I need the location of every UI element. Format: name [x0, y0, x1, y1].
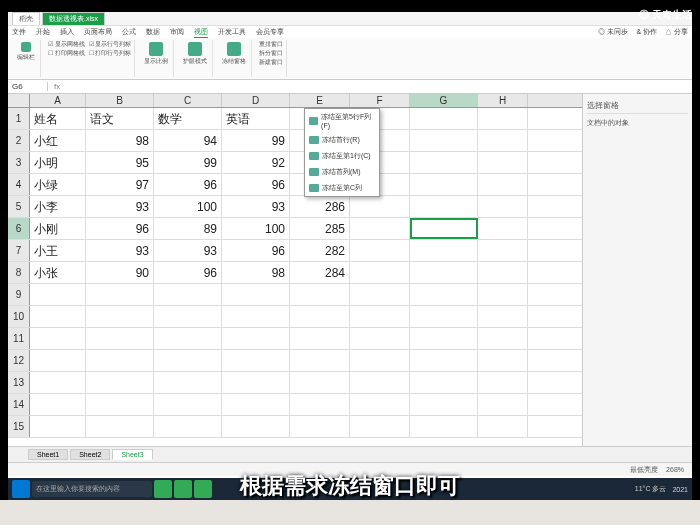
- cell[interactable]: [410, 328, 478, 349]
- cell[interactable]: 小张: [30, 262, 86, 283]
- cell[interactable]: [350, 350, 410, 371]
- row-header[interactable]: 11: [8, 328, 30, 349]
- cell[interactable]: [478, 372, 528, 393]
- cell[interactable]: [410, 262, 478, 283]
- cell[interactable]: [478, 240, 528, 261]
- cell[interactable]: 93: [154, 240, 222, 261]
- cell[interactable]: 小红: [30, 130, 86, 151]
- row-header[interactable]: 13: [8, 372, 30, 393]
- row-header[interactable]: 10: [8, 306, 30, 327]
- cell[interactable]: [410, 306, 478, 327]
- sheet-tab[interactable]: Sheet1: [28, 449, 68, 460]
- chk-printgrid[interactable]: ☐ 打印网格线: [48, 49, 85, 58]
- col-header-C[interactable]: C: [154, 94, 222, 107]
- ribbon-arrange[interactable]: 重排窗口: [259, 40, 283, 49]
- ribbon-split[interactable]: 拆分窗口: [259, 49, 283, 58]
- cell[interactable]: [410, 108, 478, 129]
- row-header[interactable]: 12: [8, 350, 30, 371]
- menu-0[interactable]: 文件: [12, 27, 26, 37]
- cell[interactable]: [30, 350, 86, 371]
- cell[interactable]: 96: [222, 174, 290, 195]
- cell[interactable]: [290, 306, 350, 327]
- menu-7[interactable]: 视图: [194, 27, 208, 38]
- cell[interactable]: [86, 416, 154, 437]
- cell[interactable]: [410, 196, 478, 217]
- row-header[interactable]: 4: [8, 174, 30, 195]
- cell[interactable]: 小刚: [30, 218, 86, 239]
- cell[interactable]: [154, 306, 222, 327]
- cell[interactable]: [410, 416, 478, 437]
- cell[interactable]: 90: [86, 262, 154, 283]
- cell[interactable]: [222, 394, 290, 415]
- cell[interactable]: [290, 416, 350, 437]
- cell[interactable]: 282: [290, 240, 350, 261]
- cell[interactable]: [350, 240, 410, 261]
- name-box[interactable]: G6: [8, 82, 48, 91]
- cell[interactable]: [478, 328, 528, 349]
- formula-bar[interactable]: fx: [48, 82, 692, 91]
- cell[interactable]: [154, 394, 222, 415]
- cell[interactable]: [478, 218, 528, 239]
- col-header-F[interactable]: F: [350, 94, 410, 107]
- cell[interactable]: [410, 284, 478, 305]
- menu-9[interactable]: 会员专享: [256, 27, 284, 37]
- cell[interactable]: 94: [154, 130, 222, 151]
- cell[interactable]: [410, 130, 478, 151]
- col-header-B[interactable]: B: [86, 94, 154, 107]
- cell[interactable]: [86, 328, 154, 349]
- col-header-A[interactable]: A: [30, 94, 86, 107]
- cell[interactable]: 89: [154, 218, 222, 239]
- cell[interactable]: [478, 152, 528, 173]
- cell[interactable]: 93: [86, 240, 154, 261]
- cell[interactable]: [410, 240, 478, 261]
- menu-4[interactable]: 公式: [122, 27, 136, 37]
- cell[interactable]: 小李: [30, 196, 86, 217]
- col-header-E[interactable]: E: [290, 94, 350, 107]
- cell[interactable]: [350, 196, 410, 217]
- cell[interactable]: 96: [86, 218, 154, 239]
- cell[interactable]: 98: [222, 262, 290, 283]
- cell[interactable]: [350, 394, 410, 415]
- cell[interactable]: [154, 416, 222, 437]
- row-header[interactable]: 1: [8, 108, 30, 129]
- cell[interactable]: [478, 284, 528, 305]
- cell[interactable]: [478, 350, 528, 371]
- cell[interactable]: [30, 328, 86, 349]
- ribbon-freeze[interactable]: 冻结窗格: [220, 40, 248, 68]
- cell[interactable]: [478, 394, 528, 415]
- row-header[interactable]: 9: [8, 284, 30, 305]
- cell[interactable]: 93: [86, 196, 154, 217]
- menu-6[interactable]: 审阅: [170, 27, 184, 37]
- cell[interactable]: 99: [154, 152, 222, 173]
- cell[interactable]: [410, 218, 478, 239]
- ribbon-eyecare[interactable]: 护眼模式: [181, 40, 209, 68]
- menu-8[interactable]: 开发工具: [218, 27, 246, 37]
- menu-1[interactable]: 开始: [36, 27, 50, 37]
- cell[interactable]: 100: [222, 218, 290, 239]
- cell[interactable]: 96: [222, 240, 290, 261]
- cell[interactable]: [350, 218, 410, 239]
- cell[interactable]: [478, 306, 528, 327]
- cell[interactable]: [290, 372, 350, 393]
- cell[interactable]: 97: [86, 174, 154, 195]
- cell[interactable]: [410, 174, 478, 195]
- cell[interactable]: [86, 350, 154, 371]
- cell[interactable]: [478, 416, 528, 437]
- cell[interactable]: 284: [290, 262, 350, 283]
- cell[interactable]: [154, 350, 222, 371]
- cell[interactable]: [478, 262, 528, 283]
- cell[interactable]: [350, 306, 410, 327]
- cell[interactable]: 100: [154, 196, 222, 217]
- cell[interactable]: [86, 284, 154, 305]
- cell[interactable]: [290, 284, 350, 305]
- cell[interactable]: [222, 284, 290, 305]
- freeze-option[interactable]: 冻结至第1行(C): [305, 148, 379, 164]
- freeze-option[interactable]: 冻结首行(R): [305, 132, 379, 148]
- chk-printhead[interactable]: ☐ 打印行号列标: [89, 49, 132, 58]
- cell[interactable]: 92: [222, 152, 290, 173]
- row-header[interactable]: 6: [8, 218, 30, 239]
- cell[interactable]: 98: [86, 130, 154, 151]
- cell[interactable]: [154, 372, 222, 393]
- cell[interactable]: [350, 372, 410, 393]
- tab-docer[interactable]: 稻壳: [12, 12, 40, 25]
